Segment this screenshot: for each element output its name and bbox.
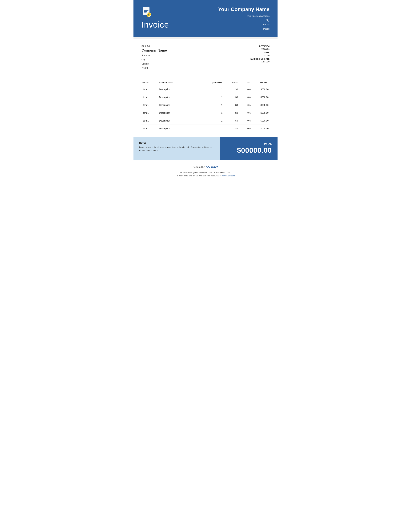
client-company-name: Company Name bbox=[141, 48, 234, 53]
invoice-title: Invoice bbox=[141, 20, 169, 29]
date-label: DATE bbox=[264, 51, 270, 54]
col-header-quantity: QUANTITY bbox=[207, 80, 224, 86]
cell-tax-2: 0% bbox=[239, 101, 252, 109]
footer-note: This invoice was generated with the help… bbox=[141, 171, 270, 178]
cell-qty-2: 1 bbox=[207, 101, 224, 109]
cell-amount-1: $000.00 bbox=[252, 93, 270, 101]
client-postal: Postal bbox=[141, 66, 234, 70]
table-header: ITEMS DESCRIPTION QUANTITY PRICE TAX AMO… bbox=[141, 80, 270, 86]
date-label-row: DATE bbox=[234, 51, 270, 54]
header-city: City bbox=[218, 18, 270, 23]
col-header-description: DESCRIPTION bbox=[158, 80, 207, 86]
cell-desc-2: Description bbox=[158, 101, 207, 109]
header-postal: Postal bbox=[218, 27, 270, 31]
cell-tax-3: 0% bbox=[239, 109, 252, 117]
table-row: Item 1 Description 1 $0 0% $000.00 bbox=[141, 109, 270, 117]
cell-item-5: Item 1 bbox=[141, 124, 158, 133]
notes-text: Lorem ipsum dolor sit amet, consectetur … bbox=[139, 146, 214, 152]
due-date-value: 12/31/20 bbox=[257, 60, 270, 63]
cell-tax-1: 0% bbox=[239, 93, 252, 101]
cell-price-1: $0 bbox=[224, 93, 239, 101]
svg-rect-2 bbox=[144, 10, 149, 10]
powered-by-text: Powered by bbox=[193, 166, 205, 168]
cell-desc-5: Description bbox=[158, 124, 207, 133]
client-city: City bbox=[141, 57, 234, 62]
table-row: Item 1 Description 1 $0 0% $000.00 bbox=[141, 93, 270, 101]
cell-amount-0: $000.00 bbox=[252, 86, 270, 93]
cell-desc-3: Description bbox=[158, 109, 207, 117]
company-name: Your Company Name bbox=[218, 6, 270, 12]
svg-rect-1 bbox=[144, 9, 149, 9]
cell-qty-1: 1 bbox=[207, 93, 224, 101]
cell-tax-5: 0% bbox=[239, 124, 252, 133]
table-header-row: ITEMS DESCRIPTION QUANTITY PRICE TAX AMO… bbox=[141, 80, 270, 86]
cell-qty-0: 1 bbox=[207, 86, 224, 93]
cell-amount-4: $000.00 bbox=[252, 117, 270, 124]
col-header-amount: AMOUNT bbox=[252, 80, 270, 86]
wave-brand-name: wave bbox=[211, 165, 218, 169]
col-header-items: ITEMS bbox=[141, 80, 158, 86]
cell-desc-0: Description bbox=[158, 86, 207, 93]
total-label: TOTAL bbox=[264, 142, 272, 145]
total-block: TOTAL $00000.00 bbox=[220, 137, 278, 160]
col-header-tax: TAX bbox=[239, 80, 252, 86]
cell-qty-5: 1 bbox=[207, 124, 224, 133]
invoice-number-row: INVOICE # bbox=[234, 45, 270, 48]
cell-tax-0: 0% bbox=[239, 86, 252, 93]
header-left: $ Invoice bbox=[141, 6, 169, 29]
table-row: Item 1 Description 1 $0 0% $000.00 bbox=[141, 101, 270, 109]
invoice-logo-icon: $ bbox=[141, 6, 169, 18]
powered-by-row: Powered by wave bbox=[141, 165, 270, 169]
table-body: Item 1 Description 1 $0 0% $000.00 Item … bbox=[141, 86, 270, 133]
cell-price-0: $0 bbox=[224, 86, 239, 93]
cell-item-3: Item 1 bbox=[141, 109, 158, 117]
notes-label: NOTES: bbox=[139, 142, 214, 144]
cell-desc-4: Description bbox=[158, 117, 207, 124]
cell-amount-2: $000.00 bbox=[252, 101, 270, 109]
footer-section: NOTES: Lorem ipsum dolor sit amet, conse… bbox=[133, 137, 278, 160]
cell-price-3: $0 bbox=[224, 109, 239, 117]
cell-price-2: $0 bbox=[224, 101, 239, 109]
svg-rect-4 bbox=[144, 12, 147, 13]
invoice-number-label: INVOICE # bbox=[259, 45, 270, 48]
cell-price-4: $0 bbox=[224, 117, 239, 124]
due-date-value-row: 12/31/20 bbox=[234, 60, 270, 63]
cell-qty-4: 1 bbox=[207, 117, 224, 124]
business-address: Your Business Address bbox=[218, 14, 270, 18]
cell-amount-5: $000.00 bbox=[252, 124, 270, 133]
date-value: 12/31/20 bbox=[257, 54, 270, 57]
due-date-label-row: INVOICE DUE DATE bbox=[234, 58, 270, 60]
col-header-price: PRICE bbox=[224, 80, 239, 86]
table-row: Item 1 Description 1 $0 0% $000.00 bbox=[141, 124, 270, 133]
billing-section: BILL TO: Company Name Address City Count… bbox=[133, 38, 278, 73]
svg-text:$: $ bbox=[148, 13, 149, 16]
cell-item-4: Item 1 bbox=[141, 117, 158, 124]
cell-amount-3: $000.00 bbox=[252, 109, 270, 117]
bill-to-block: BILL TO: Company Name Address City Count… bbox=[141, 45, 234, 70]
cell-price-5: $0 bbox=[224, 124, 239, 133]
header-divider bbox=[133, 37, 278, 38]
cell-qty-3: 1 bbox=[207, 109, 224, 117]
client-address: Address bbox=[141, 53, 234, 57]
table-row: Item 1 Description 1 $0 0% $000.00 bbox=[141, 86, 270, 93]
cell-desc-1: Description bbox=[158, 93, 207, 101]
header-country: Country bbox=[218, 22, 270, 27]
wave-logo: wave bbox=[206, 165, 218, 169]
waveapps-link[interactable]: waveapps.com bbox=[222, 175, 235, 177]
date-value-row: 12/31/20 bbox=[234, 54, 270, 57]
cell-tax-4: 0% bbox=[239, 117, 252, 124]
client-country: Country bbox=[141, 62, 234, 66]
footer-note-line2: To learn more, and create your own free … bbox=[176, 175, 221, 177]
cell-item-2: Item 1 bbox=[141, 101, 158, 109]
cell-item-0: Item 1 bbox=[141, 86, 158, 93]
svg-rect-3 bbox=[144, 11, 147, 12]
items-table: ITEMS DESCRIPTION QUANTITY PRICE TAX AMO… bbox=[141, 80, 270, 133]
powered-by-section: Powered by wave This invoice was generat… bbox=[133, 160, 278, 181]
wave-logo-icon bbox=[206, 165, 210, 169]
notes-block: NOTES: Lorem ipsum dolor sit amet, conse… bbox=[133, 137, 220, 160]
due-date-label: INVOICE DUE DATE bbox=[250, 58, 270, 60]
footer-note-line1: This invoice was generated with the help… bbox=[178, 171, 232, 174]
table-row: Item 1 Description 1 $0 0% $000.00 bbox=[141, 117, 270, 124]
cell-item-1: Item 1 bbox=[141, 93, 158, 101]
invoice-number-value-row: 0000001 bbox=[234, 48, 270, 50]
